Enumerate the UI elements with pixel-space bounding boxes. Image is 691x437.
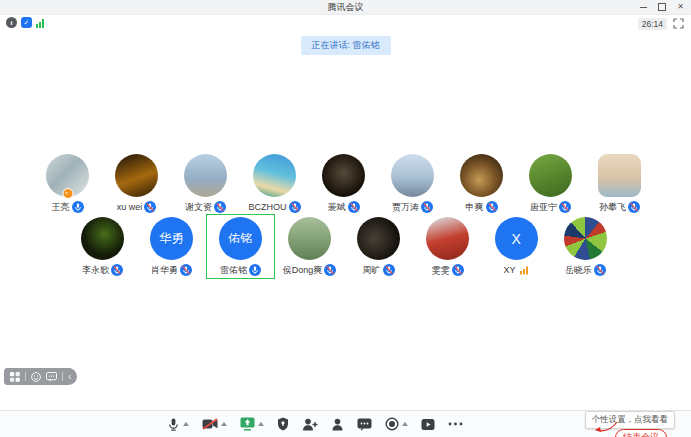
participant-name: 王亮 xyxy=(52,201,70,214)
chat-icon[interactable] xyxy=(357,418,372,431)
participant-name: 唐亚宁 xyxy=(530,201,557,214)
network-signal-icon xyxy=(518,264,530,276)
participant-name: 周旷 xyxy=(363,264,381,277)
avatar: X xyxy=(495,217,538,260)
mic-muted-icon xyxy=(214,201,226,213)
security-icon[interactable] xyxy=(277,417,289,431)
microphone-icon[interactable] xyxy=(167,417,180,432)
participant-tile[interactable]: 岳晓乐 xyxy=(551,214,620,279)
end-meeting-button[interactable]: 结束会议 xyxy=(615,429,667,437)
avatar xyxy=(115,154,158,197)
participant-name: 孙攀飞 xyxy=(599,201,626,214)
avatar xyxy=(357,217,400,260)
participant-tile[interactable]: 佑铭 雷佑铭 xyxy=(206,214,275,279)
participant-tile[interactable]: 申爽 xyxy=(447,151,516,216)
record-icon[interactable] xyxy=(385,417,399,431)
avatar xyxy=(426,217,469,260)
camera-off-icon[interactable] xyxy=(202,418,218,430)
floating-toolbar[interactable]: ‹ xyxy=(4,368,77,385)
invite-icon[interactable] xyxy=(302,418,318,431)
mic-muted-icon xyxy=(421,201,433,213)
apps-icon[interactable] xyxy=(421,418,435,431)
avatar-initials: X xyxy=(512,231,522,247)
participant-name: 肖华勇 xyxy=(151,264,178,277)
mic-muted-icon xyxy=(180,264,192,276)
speaking-notification: 正在讲话: 雷佑铭 xyxy=(300,36,390,55)
network-quality-icon[interactable] xyxy=(36,18,44,28)
participant-name: XY xyxy=(503,265,515,275)
participant-name: 申爽 xyxy=(466,201,484,214)
apps-grid-icon[interactable] xyxy=(10,372,20,382)
avatar xyxy=(253,154,296,197)
caret-up-icon[interactable] xyxy=(221,422,227,426)
participant-name: xu wei xyxy=(117,202,143,212)
maximize-icon[interactable] xyxy=(658,3,666,11)
mic-muted-icon xyxy=(144,201,156,213)
participant-name: 李永歌 xyxy=(82,264,109,277)
participant-name: 雷佑铭 xyxy=(220,264,247,277)
minimize-icon[interactable] xyxy=(640,7,647,8)
participants-row-2: 李永歌 华勇 肖华勇 佑铭 雷佑铭 侯Dong爽 周旷 xyxy=(68,214,620,279)
participant-tile[interactable]: X XY xyxy=(482,214,551,279)
avatar xyxy=(564,217,607,260)
mic-muted-icon xyxy=(289,201,301,213)
participant-tile[interactable]: 周旷 xyxy=(344,214,413,279)
divider xyxy=(62,372,63,381)
participant-name: 雯雯 xyxy=(432,264,450,277)
participant-tile[interactable]: 贾万涛 xyxy=(378,151,447,216)
title-bar: 腾讯会议 ✕ xyxy=(0,0,691,15)
participant-name: BCZHOU xyxy=(249,202,287,212)
participant-tile[interactable]: xu wei xyxy=(102,151,171,216)
avatar xyxy=(288,217,331,260)
avatar xyxy=(529,154,572,197)
avatar: 华勇 xyxy=(150,217,193,260)
participant-name: 贾万涛 xyxy=(392,201,419,214)
mic-muted-icon xyxy=(628,201,640,213)
participant-name: 裴斌 xyxy=(328,201,346,214)
participant-name: 侯Dong爽 xyxy=(283,264,323,277)
avatar-initials: 佑铭 xyxy=(228,230,253,247)
raised-hand-badge xyxy=(62,188,73,199)
mic-muted-icon xyxy=(383,264,395,276)
participant-tile[interactable]: 李永歌 xyxy=(68,214,137,279)
participant-tile[interactable]: 唐亚宁 xyxy=(516,151,585,216)
participant-tile[interactable]: 雯雯 xyxy=(413,214,482,279)
participants-row-1: 王亮 xu wei 谢文资 BCZHOU 裴斌 贾 xyxy=(33,151,654,216)
more-icon[interactable] xyxy=(448,422,463,426)
close-icon[interactable]: ✕ xyxy=(677,3,684,11)
collapse-left-icon[interactable]: ‹ xyxy=(68,372,71,382)
participants-icon[interactable] xyxy=(331,418,344,431)
share-screen-icon[interactable] xyxy=(240,417,255,431)
mic-muted-icon xyxy=(111,264,123,276)
caret-up-icon[interactable] xyxy=(258,422,264,426)
mic-active-icon xyxy=(249,264,261,276)
participant-tile[interactable]: 王亮 xyxy=(33,151,102,216)
mic-muted-icon xyxy=(559,201,571,213)
mic-muted-icon xyxy=(594,264,606,276)
mic-muted-icon xyxy=(452,264,464,276)
fullscreen-icon[interactable] xyxy=(673,15,684,33)
participant-tile[interactable]: BCZHOU xyxy=(240,151,309,216)
participant-tile[interactable]: 谢文资 xyxy=(171,151,240,216)
avatar xyxy=(184,154,227,197)
avatar: 佑铭 xyxy=(219,217,262,260)
participant-tile[interactable]: 裴斌 xyxy=(309,151,378,216)
message-icon[interactable] xyxy=(46,372,57,382)
avatar-initials: 华勇 xyxy=(159,230,184,247)
participant-tile[interactable]: 孙攀飞 xyxy=(585,151,654,216)
participant-tile[interactable]: 侯Dong爽 xyxy=(275,214,344,279)
caret-up-icon[interactable] xyxy=(402,422,408,426)
info-icon[interactable]: i xyxy=(6,17,17,28)
caret-up-icon[interactable] xyxy=(183,422,189,426)
emoji-icon[interactable] xyxy=(31,372,41,382)
shield-icon[interactable]: ✓ xyxy=(21,17,32,28)
avatar xyxy=(81,217,124,260)
meeting-timer: 26:14 xyxy=(638,18,667,30)
avatar xyxy=(391,154,434,197)
mic-muted-icon xyxy=(324,264,336,276)
participant-name: 谢文资 xyxy=(185,201,212,214)
avatar xyxy=(46,154,89,197)
mic-active-icon xyxy=(72,201,84,213)
participant-tile[interactable]: 华勇 肖华勇 xyxy=(137,214,206,279)
participant-name: 岳晓乐 xyxy=(565,264,592,277)
